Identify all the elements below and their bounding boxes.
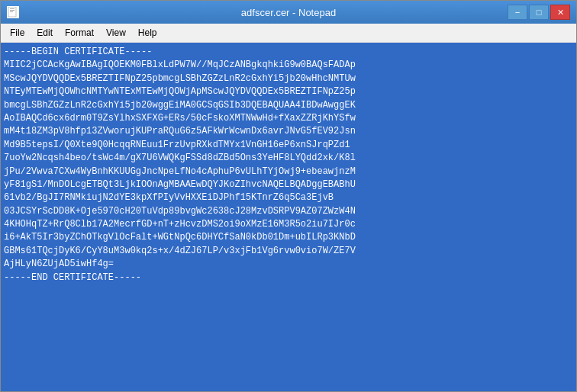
content-area: -----BEGIN CERTIFICATE----- MIIC2jCCAcKg…	[1, 43, 576, 391]
text-scroll-area[interactable]: -----BEGIN CERTIFICATE----- MIIC2jCCAcKg…	[1, 43, 576, 391]
title-bar: adfscer.cer - Notepad − □ ✕	[1, 1, 576, 24]
window-controls: − □ ✕	[508, 5, 570, 20]
svg-rect-2	[10, 10, 15, 11]
menu-view[interactable]: View	[100, 25, 132, 40]
title-bar-left	[7, 6, 19, 18]
svg-rect-1	[10, 8, 15, 9]
notepad-icon	[7, 6, 19, 18]
maximize-button[interactable]: □	[529, 5, 549, 20]
menu-file[interactable]: File	[4, 25, 31, 40]
close-button[interactable]: ✕	[550, 5, 570, 20]
minimize-button[interactable]: −	[508, 5, 527, 20]
notepad-window: adfscer.cer - Notepad − □ ✕ File Edit Fo…	[0, 0, 577, 392]
menu-bar: File Edit Format View Help	[1, 24, 576, 43]
menu-help[interactable]: Help	[132, 25, 163, 40]
menu-format[interactable]: Format	[59, 25, 100, 40]
window-title: adfscer.cer - Notepad	[241, 7, 336, 18]
svg-rect-3	[10, 11, 13, 12]
menu-edit[interactable]: Edit	[31, 25, 59, 40]
certificate-text[interactable]: -----BEGIN CERTIFICATE----- MIIC2jCCAcKg…	[1, 43, 576, 391]
